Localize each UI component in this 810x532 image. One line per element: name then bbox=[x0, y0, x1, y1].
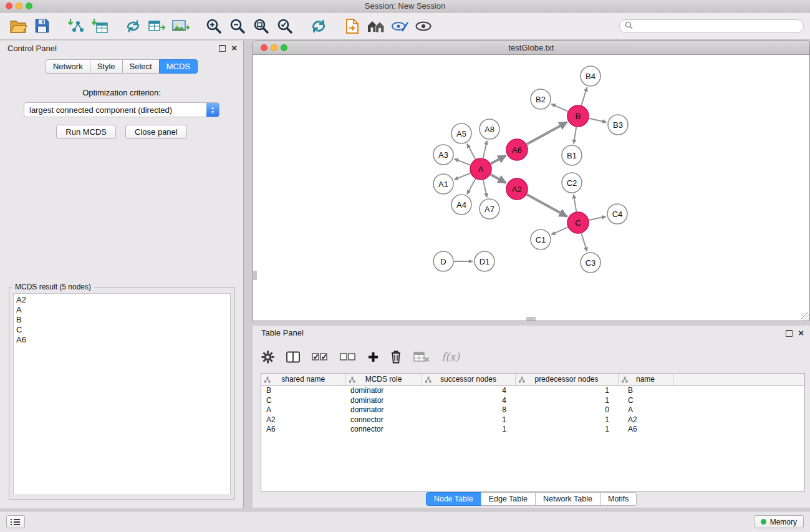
table-cell[interactable]: connector bbox=[345, 425, 422, 435]
graph-edge-A-A6[interactable] bbox=[491, 155, 506, 163]
network-close-button[interactable] bbox=[261, 44, 268, 51]
export-image-icon[interactable] bbox=[168, 14, 192, 38]
close-window-button[interactable] bbox=[6, 2, 12, 9]
graph-node-A5[interactable]: A5 bbox=[451, 123, 471, 143]
column-visibility-icon[interactable] bbox=[286, 351, 300, 363]
graph-node-A6[interactable]: A6 bbox=[506, 139, 528, 160]
graph-edge-A2-C[interactable] bbox=[527, 195, 567, 217]
table-cell[interactable]: 1 bbox=[422, 415, 515, 425]
table-cell[interactable]: B bbox=[618, 386, 673, 396]
tab-network-table[interactable]: Network Table bbox=[535, 492, 600, 506]
graph-node-B[interactable]: B bbox=[567, 105, 589, 127]
mcds-result-item[interactable]: A6 bbox=[16, 335, 228, 345]
network-window-titlebar[interactable]: testGlobe.txt bbox=[253, 41, 809, 55]
table-cell[interactable]: dominator bbox=[345, 405, 422, 415]
table-cell[interactable]: A2 bbox=[261, 415, 345, 425]
refresh-layout-icon[interactable] bbox=[307, 14, 330, 38]
function-builder-icon[interactable]: f(x) bbox=[441, 351, 460, 363]
graph-node-B2[interactable]: B2 bbox=[531, 89, 551, 109]
tab-edge-table[interactable]: Edge Table bbox=[481, 492, 536, 506]
network-minimize-button[interactable] bbox=[271, 44, 277, 51]
tab-node-table[interactable]: Node Table bbox=[426, 492, 481, 506]
table-cell[interactable]: A6 bbox=[618, 425, 673, 435]
graph-edge-B-B3[interactable] bbox=[589, 118, 607, 122]
graph-node-C1[interactable]: C1 bbox=[531, 230, 551, 249]
graph-node-C[interactable]: C bbox=[567, 212, 589, 233]
network-canvas[interactable]: B4B2BB3A5A8A6B1A3AC2A1A2A4A7C4CC1C3DD1 bbox=[253, 55, 809, 321]
close-table-panel-icon[interactable]: × bbox=[798, 329, 804, 337]
close-panel-button[interactable]: Close panel bbox=[125, 125, 187, 139]
import-network-icon[interactable] bbox=[64, 14, 87, 38]
table-cell[interactable]: 4 bbox=[422, 396, 515, 406]
graph-edge-C-C1[interactable] bbox=[551, 227, 567, 235]
table-cell[interactable]: C bbox=[618, 396, 673, 406]
graph-edge-B-B4[interactable] bbox=[581, 87, 587, 105]
graph-node-A4[interactable]: A4 bbox=[451, 195, 471, 215]
table-cell[interactable]: 1 bbox=[422, 425, 515, 435]
column-header-predecessor-nodes[interactable]: predecessor nodes bbox=[515, 374, 618, 386]
table-row[interactable]: A6connector11A6 bbox=[261, 425, 804, 435]
graph-edge-A-A5[interactable] bbox=[467, 144, 475, 160]
table-cell[interactable]: C bbox=[261, 396, 345, 406]
graph-edge-A-A4[interactable] bbox=[467, 179, 475, 195]
network-overview-icon[interactable] bbox=[364, 14, 388, 38]
tab-motifs[interactable]: Motifs bbox=[600, 492, 637, 506]
table-cell[interactable]: A bbox=[618, 405, 673, 415]
graph-node-D1[interactable]: D1 bbox=[475, 251, 494, 271]
run-mcds-button[interactable]: Run MCDS bbox=[56, 125, 116, 139]
table-cell[interactable]: 1 bbox=[515, 396, 618, 406]
criterion-dropdown[interactable]: largest connected component (directed) ▲… bbox=[24, 102, 219, 117]
table-cell[interactable]: dominator bbox=[345, 386, 422, 396]
delete-row-icon[interactable] bbox=[390, 350, 402, 364]
table-cell[interactable]: A2 bbox=[618, 415, 673, 425]
graph-edge-A-A3[interactable] bbox=[455, 159, 471, 165]
mcds-result-item[interactable]: A2 bbox=[16, 295, 228, 305]
hide-graphics-details-icon[interactable] bbox=[388, 14, 412, 38]
tab-style[interactable]: Style bbox=[90, 59, 123, 74]
graph-node-B3[interactable]: B3 bbox=[608, 115, 628, 135]
first-neighbors-icon[interactable] bbox=[340, 14, 364, 38]
mcds-result-list[interactable]: A2ABCA6 bbox=[13, 293, 231, 495]
graph-edge-C-C3[interactable] bbox=[581, 233, 587, 251]
mcds-result-item[interactable]: A bbox=[16, 305, 228, 315]
table-row[interactable]: A2connector11A2 bbox=[261, 415, 804, 425]
table-settings-gear-icon[interactable] bbox=[261, 351, 274, 364]
deselect-all-icon[interactable] bbox=[340, 353, 356, 361]
table-cell[interactable]: 0 bbox=[515, 405, 618, 415]
zoom-window-button[interactable] bbox=[26, 2, 32, 9]
graph-edge-B-B1[interactable] bbox=[574, 127, 576, 143]
column-header-shared-name[interactable]: shared name bbox=[261, 374, 345, 386]
graph-edge-C-C4[interactable] bbox=[589, 216, 606, 220]
vertical-scroll-thumb[interactable] bbox=[253, 271, 257, 280]
close-control-panel-icon[interactable]: × bbox=[231, 44, 237, 52]
tab-select[interactable]: Select bbox=[122, 59, 160, 74]
float-panel-icon[interactable] bbox=[219, 45, 226, 52]
horizontal-scroll-thumb[interactable] bbox=[526, 317, 536, 321]
resize-grip[interactable] bbox=[801, 312, 809, 321]
zoom-fit-icon[interactable] bbox=[249, 14, 273, 38]
memory-button[interactable]: Memory bbox=[754, 515, 804, 528]
table-cell[interactable]: connector bbox=[345, 415, 422, 425]
table-row[interactable]: Cdominator41C bbox=[261, 396, 804, 406]
search-field[interactable] bbox=[619, 19, 804, 33]
graph-node-C4[interactable]: C4 bbox=[607, 204, 627, 224]
task-history-button[interactable] bbox=[6, 515, 25, 528]
add-row-icon[interactable] bbox=[368, 352, 378, 362]
graph-node-C3[interactable]: C3 bbox=[581, 253, 600, 273]
import-table-icon[interactable] bbox=[87, 14, 111, 38]
graph-edge-A6-B[interactable] bbox=[527, 122, 567, 145]
mcds-result-item[interactable]: B bbox=[16, 315, 228, 325]
graph-node-D[interactable]: D bbox=[433, 251, 453, 271]
export-network-icon[interactable] bbox=[121, 14, 145, 38]
column-header-successor-nodes[interactable]: successor nodes bbox=[422, 374, 515, 386]
graph-node-A3[interactable]: A3 bbox=[433, 145, 453, 165]
graph-edge-C-C2[interactable] bbox=[574, 195, 576, 211]
show-graphics-details-icon[interactable] bbox=[412, 14, 435, 38]
export-table-icon[interactable] bbox=[145, 14, 168, 38]
minimize-window-button[interactable] bbox=[16, 2, 22, 9]
search-input[interactable] bbox=[636, 21, 798, 31]
graph-edge-A-A7[interactable] bbox=[483, 180, 487, 198]
graph-edge-B-B2[interactable] bbox=[551, 104, 567, 112]
graph-node-A[interactable]: A bbox=[470, 158, 491, 180]
column-header-name[interactable]: name bbox=[618, 374, 673, 386]
